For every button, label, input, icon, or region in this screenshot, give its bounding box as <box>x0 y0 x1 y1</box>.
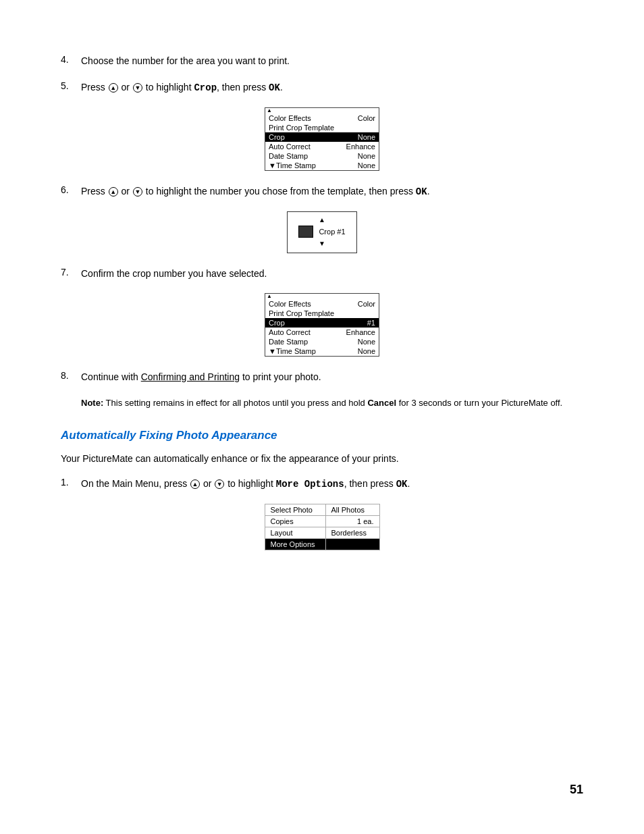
menu-row-top-indicator-2: ▲ <box>265 294 379 300</box>
down-btn-6: ▼ <box>133 187 142 197</box>
crop-label: Crop #1 <box>319 228 345 236</box>
section-heading: Automatically Fixing Photo Appearance <box>61 429 583 442</box>
menu-value-autocorrect-2: Enhance <box>333 328 379 337</box>
menu-label-crop-2: Crop <box>265 318 333 328</box>
main-menu-value-layout: Borderless <box>325 527 379 538</box>
menu-label-print-crop-1: Print Crop Template <box>265 123 379 132</box>
main-menu-label-select-photo: Select Photo <box>265 504 325 515</box>
menu-image-2: ▲ Color Effects Color Print Crop Templat… <box>61 293 583 357</box>
main-menu-container: Select Photo All Photos Copies 1 ea. Lay… <box>61 504 583 550</box>
note-label: Note: <box>81 398 103 408</box>
menu-row-color-effects-2: Color Effects Color <box>265 299 379 309</box>
note-text: This setting remains in effect for all p… <box>106 398 563 408</box>
highlight-more-options: More Options <box>276 479 344 490</box>
menu-value-timestamp-2: None <box>333 346 379 357</box>
crop-preview-container: ▲ Crop #1 ▼ <box>61 211 583 253</box>
menu-table-1-wrapper: ▲ Color Effects Color Print Crop Templat… <box>265 107 379 171</box>
highlight-crop-5: Crop <box>194 82 217 93</box>
main-menu-row-more-options: More Options <box>265 538 379 550</box>
menu-row-crop-1: Crop None <box>265 132 379 142</box>
step-number-7: 7. <box>61 267 81 278</box>
menu-value-autocorrect-1: Enhance <box>333 142 379 151</box>
ok-5: OK <box>269 82 280 93</box>
ok-sub1: OK <box>396 479 408 490</box>
main-menu-label-more-options: More Options <box>265 538 325 550</box>
crop-arrow-down: ▼ <box>319 240 325 247</box>
menu-row-timestamp-1: ▼Time Stamp None <box>265 161 379 171</box>
menu-value-datestamp-2: None <box>333 337 379 346</box>
menu-table-2-wrapper: ▲ Color Effects Color Print Crop Templat… <box>265 293 379 357</box>
main-menu-label-copies: Copies <box>265 515 325 527</box>
step-6: 6. Press ▲ or ▼ to highlight the number … <box>61 184 583 199</box>
menu-label-print-crop-2: Print Crop Template <box>265 309 379 318</box>
down-btn-5: ▼ <box>133 83 142 93</box>
menu-row-timestamp-2: ▼Time Stamp None <box>265 346 379 357</box>
page-number: 51 <box>570 783 583 797</box>
sub-step-text-1: On the Main Menu, press ▲ or ▼ to highli… <box>81 477 583 492</box>
menu-label-timestamp-1: ▼Time Stamp <box>265 161 333 171</box>
crop-inner: Crop #1 <box>298 226 345 238</box>
menu-row-datestamp-2: Date Stamp None <box>265 337 379 346</box>
step-text-8: Continue with Confirming and Printing to… <box>81 370 583 384</box>
ok-6: OK <box>416 186 427 197</box>
menu-table-1: ▲ Color Effects Color Print Crop Templat… <box>265 107 379 171</box>
step-number-5: 5. <box>61 80 81 91</box>
step-number-6: 6. <box>61 184 81 195</box>
sub-step-1: 1. On the Main Menu, press ▲ or ▼ to hig… <box>61 477 583 492</box>
crop-preview-box: ▲ Crop #1 ▼ <box>287 211 356 253</box>
menu-label-timestamp-2: ▼Time Stamp <box>265 346 333 357</box>
menu-label-datestamp-1: Date Stamp <box>265 151 333 161</box>
menu-row-autocorrect-1: Auto Correct Enhance <box>265 142 379 151</box>
menu-label-crop-1: Crop <box>265 132 333 142</box>
sub-step-number-1: 1. <box>61 477 81 488</box>
page-content: 4. Choose the number for the area you wa… <box>0 0 644 618</box>
step-number-8: 8. <box>61 370 81 381</box>
menu-label-color-effects-2: Color Effects <box>265 299 333 309</box>
step-7: 7. Confirm the crop number you have sele… <box>61 267 583 281</box>
menu-row-top-indicator: ▲ <box>265 108 379 114</box>
main-menu-label-layout: Layout <box>265 527 325 538</box>
up-btn-6: ▲ <box>109 187 118 197</box>
menu-label-color-effects-1: Color Effects <box>265 113 333 123</box>
confirming-printing-link[interactable]: Confirming and Printing <box>141 371 240 382</box>
menu-row-color-effects-1: Color Effects Color <box>265 113 379 123</box>
menu-table-2: ▲ Color Effects Color Print Crop Templat… <box>265 293 379 357</box>
main-menu-row-layout: Layout Borderless <box>265 527 379 538</box>
menu-value-timestamp-1: None <box>333 161 379 171</box>
menu-value-color-effects-1: Color <box>333 113 379 123</box>
crop-arrow-up: ▲ <box>319 216 325 224</box>
main-menu-value-copies: 1 ea. <box>325 515 379 527</box>
menu-label-autocorrect-2: Auto Correct <box>265 328 333 337</box>
main-menu-row-copies: Copies 1 ea. <box>265 515 379 527</box>
step-text-6: Press ▲ or ▼ to highlight the number you… <box>81 184 583 199</box>
main-menu-table: Select Photo All Photos Copies 1 ea. Lay… <box>265 504 380 550</box>
menu-row-crop-2: Crop #1 <box>265 318 379 328</box>
up-btn-sub1: ▲ <box>190 479 200 489</box>
section-intro: Your PictureMate can automatically enhan… <box>61 452 583 466</box>
menu-row-print-crop-2: Print Crop Template <box>265 309 379 318</box>
step-number-4: 4. <box>61 54 81 65</box>
menu-row-datestamp-1: Date Stamp None <box>265 151 379 161</box>
step-4: 4. Choose the number for the area you wa… <box>61 54 583 68</box>
main-menu-value-more-options <box>325 538 379 550</box>
menu-row-autocorrect-2: Auto Correct Enhance <box>265 328 379 337</box>
menu-value-datestamp-1: None <box>333 151 379 161</box>
main-menu-row-select-photo: Select Photo All Photos <box>265 504 379 515</box>
step-text-7: Confirm the crop number you have selecte… <box>81 267 583 281</box>
down-btn-sub1: ▼ <box>215 479 224 489</box>
menu-value-crop-2: #1 <box>333 318 379 328</box>
crop-thumbnail <box>298 226 313 238</box>
menu-row-print-crop-1: Print Crop Template <box>265 123 379 132</box>
up-btn-5: ▲ <box>109 83 118 93</box>
step-text-4: Choose the number for the area you want … <box>81 54 583 68</box>
menu-value-color-effects-2: Color <box>333 299 379 309</box>
step-5: 5. Press ▲ or ▼ to highlight Crop, then … <box>61 80 583 95</box>
menu-image-1: ▲ Color Effects Color Print Crop Templat… <box>61 107 583 171</box>
step-8: 8. Continue with Confirming and Printing… <box>61 370 583 384</box>
main-menu-value-select-photo: All Photos <box>325 504 379 515</box>
menu-label-datestamp-2: Date Stamp <box>265 337 333 346</box>
menu-label-autocorrect-1: Auto Correct <box>265 142 333 151</box>
step-text-5: Press ▲ or ▼ to highlight Crop, then pre… <box>81 80 583 95</box>
note-block: Note: This setting remains in effect for… <box>81 396 583 410</box>
menu-value-crop-1: None <box>333 132 379 142</box>
